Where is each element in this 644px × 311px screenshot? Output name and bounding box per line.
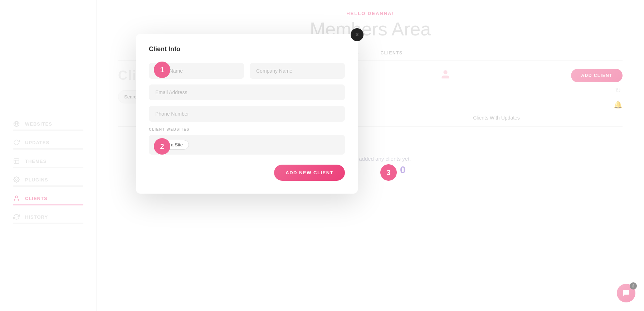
modal-close-button[interactable]: ×: [351, 28, 364, 41]
modal-title: Client Info: [149, 45, 345, 53]
company-name-input[interactable]: [250, 63, 345, 79]
step-badge-1: 1: [154, 62, 170, 78]
step-badge-3: 3: [380, 164, 397, 181]
step-3-counter: 0: [400, 164, 406, 176]
phone-input[interactable]: [149, 106, 345, 122]
websites-section-label: CLIENT WEBSITES: [149, 127, 345, 131]
modal-footer: ADD NEW CLIENT: [149, 165, 345, 181]
modal-client-info: × Client Info CLIENT WEBSITES Add a Site…: [136, 34, 358, 194]
form-row-email: [149, 84, 345, 100]
email-input[interactable]: [149, 84, 345, 100]
add-new-client-button[interactable]: ADD NEW CLIENT: [274, 165, 345, 181]
form-row-phone: [149, 106, 345, 122]
form-row-name: [149, 63, 345, 79]
websites-area: Add a Site: [149, 135, 345, 155]
step-badge-2: 2: [154, 138, 170, 155]
